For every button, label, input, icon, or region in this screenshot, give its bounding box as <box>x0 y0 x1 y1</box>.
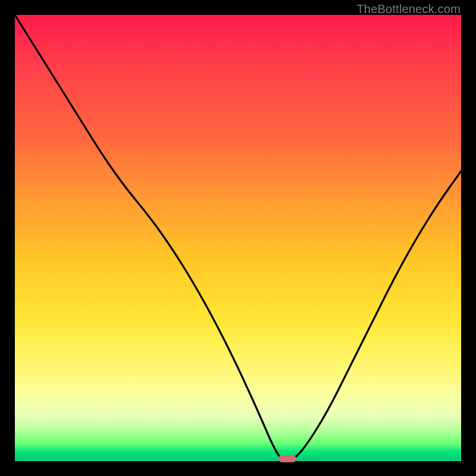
outer-frame: TheBottleneck.com <box>0 0 476 476</box>
bottleneck-curve <box>15 15 461 461</box>
watermark-text: TheBottleneck.com <box>356 2 461 16</box>
optimal-marker <box>278 455 296 462</box>
